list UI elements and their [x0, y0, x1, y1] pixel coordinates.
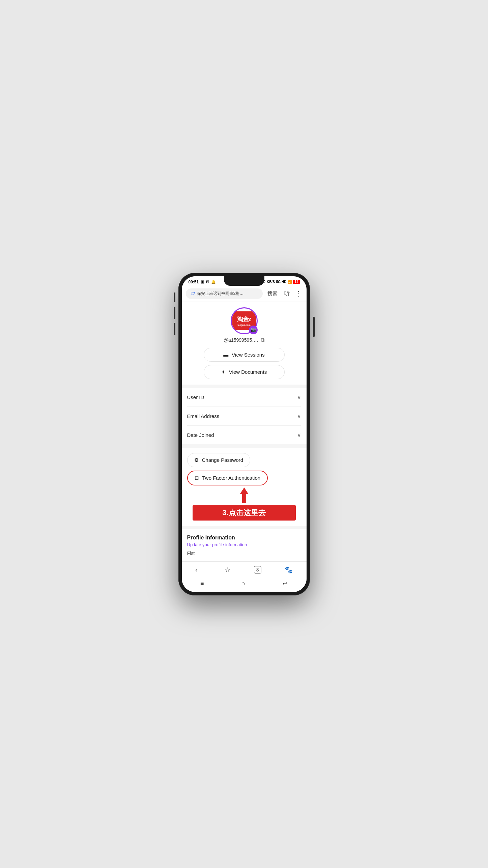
- view-documents-label: View Documents: [229, 369, 267, 375]
- change-password-button[interactable]: ⚙ Change Password: [187, 453, 251, 467]
- profile-card: 淘金z taojinz.com 📷 @a15999595…. ⧉ ▬: [182, 302, 307, 385]
- status-speed-unit: KB/S: [267, 280, 275, 284]
- copy-icon[interactable]: ⧉: [261, 337, 264, 343]
- view-sessions-button[interactable]: ▬ View Sessions: [204, 348, 285, 362]
- silent-button: [174, 292, 175, 302]
- sessions-icon: ▬: [223, 352, 228, 358]
- tfa-label: Two Factor Authentication: [202, 475, 261, 481]
- view-sessions-label: View Sessions: [232, 352, 264, 358]
- wifi-icon: 📶: [288, 280, 292, 284]
- bookmark-button[interactable]: ☆: [221, 564, 235, 575]
- username-text: @a15999595….: [224, 337, 258, 343]
- more-button[interactable]: ⋮: [294, 289, 303, 298]
- url-text: 保安上班迟到被同事3枪…: [197, 291, 258, 297]
- password-icon: ⚙: [194, 457, 199, 463]
- username-row: @a15999595…. ⧉: [224, 337, 264, 343]
- accordion-user-id[interactable]: User ID ∨: [187, 388, 301, 407]
- profile-info-subtitle: Update your profile information: [187, 542, 301, 547]
- accordion-date-joined[interactable]: Date Joined ∨: [187, 426, 301, 444]
- back-nav-button[interactable]: ‹: [191, 564, 202, 575]
- browser-bar: 🛡 保安上班迟到被同事3枪… 搜索 听 ⋮: [182, 286, 307, 302]
- system-home-button[interactable]: ⌂: [241, 580, 245, 587]
- svg-marker-0: [240, 487, 249, 503]
- avatar-logo-text: taojinz.com: [237, 324, 251, 326]
- status-right: 0.30 KB/S 5G HD 📶 14: [259, 280, 299, 284]
- shield-icon: 🛡: [191, 291, 195, 296]
- volume-up-button: [174, 307, 175, 319]
- tabs-button[interactable]: 8: [254, 566, 261, 573]
- system-menu-button[interactable]: ≡: [200, 580, 204, 587]
- bottom-nav: ‹ ☆ 8 🐾: [182, 561, 307, 577]
- camera-badge[interactable]: 📷: [249, 326, 258, 334]
- avatar-container: 淘金z taojinz.com 📷: [231, 307, 258, 334]
- camera-icon: 📷: [251, 327, 256, 332]
- first-name-label: Fist: [187, 551, 301, 556]
- volume-down-button: [174, 323, 175, 335]
- notification-icon-1: ▣: [201, 280, 204, 284]
- phone-screen: 09:51 ▣ ⊡ 🔔 0.30 KB/S 5G HD 📶 14 🛡 保安上班迟…: [182, 276, 307, 592]
- email-label: Email Address: [187, 413, 220, 419]
- two-factor-auth-button[interactable]: ⊟ Two Factor Authentication: [187, 471, 268, 485]
- tfa-icon: ⊟: [195, 475, 199, 481]
- url-bar[interactable]: 🛡 保安上班迟到被同事3枪…: [186, 288, 263, 299]
- status-network: 5G HD: [276, 280, 287, 284]
- status-left: 09:51 ▣ ⊡ 🔔: [189, 280, 216, 284]
- power-button: [313, 317, 315, 337]
- action-buttons: ▬ View Sessions ✦ View Documents: [187, 348, 301, 379]
- profile-info-section: Profile Information Update your profile …: [182, 529, 307, 561]
- battery-icon: 14: [293, 280, 299, 284]
- system-back-button[interactable]: ↩: [283, 580, 288, 587]
- change-password-label: Change Password: [202, 457, 243, 463]
- notch: [224, 276, 264, 286]
- account-section: User ID ∨ Email Address ∨ Date Joined ∨: [182, 388, 307, 444]
- view-documents-button[interactable]: ✦ View Documents: [204, 365, 285, 379]
- more-nav-button[interactable]: 🐾: [280, 564, 297, 575]
- system-nav: ≡ ⌂ ↩: [182, 577, 307, 592]
- security-section: ⚙ Change Password ⊟ Two Factor Authentic…: [182, 448, 307, 526]
- documents-icon: ✦: [221, 369, 226, 375]
- chevron-down-icon-3: ∨: [297, 432, 301, 438]
- status-time: 09:51: [189, 280, 199, 284]
- red-arrow-annotation: [187, 487, 301, 504]
- chevron-down-icon: ∨: [297, 394, 301, 400]
- accordion-email[interactable]: Email Address ∨: [187, 407, 301, 426]
- chevron-down-icon-2: ∨: [297, 413, 301, 419]
- annotation-label: 3.点击这里去: [193, 505, 296, 521]
- notification-icon-2: ⊡: [206, 280, 209, 284]
- page-content: 淘金z taojinz.com 📷 @a15999595…. ⧉ ▬: [182, 302, 307, 561]
- arrow-svg: [236, 487, 253, 504]
- search-button[interactable]: 搜索: [265, 289, 280, 298]
- date-joined-label: Date Joined: [187, 432, 214, 438]
- annotation-area: ⊟ Two Factor Authentication 3.点击这里去: [187, 471, 301, 521]
- profile-info-title: Profile Information: [187, 535, 301, 541]
- notification-icon-3: 🔔: [211, 280, 216, 284]
- listen-button[interactable]: 听: [282, 289, 292, 299]
- phone-frame: 09:51 ▣ ⊡ 🔔 0.30 KB/S 5G HD 📶 14 🛡 保安上班迟…: [178, 273, 310, 595]
- user-id-label: User ID: [187, 394, 204, 400]
